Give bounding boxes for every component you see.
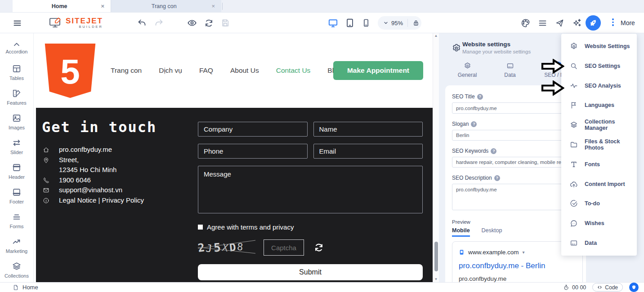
chevron-down-icon[interactable] — [383, 20, 389, 26]
browser-tab-bar: Home × Trang con × — [0, 0, 644, 13]
sidebar-item-forms[interactable]: Forms — [0, 208, 33, 233]
sidebar-item-collections[interactable]: Collections — [0, 257, 33, 282]
save-button[interactable] — [219, 13, 231, 33]
session-timer: 00 00 — [563, 284, 586, 291]
captcha-char: 5 — [213, 240, 221, 254]
sidebar-item-slider[interactable]: Slider — [0, 134, 33, 159]
message-field[interactable] — [198, 166, 423, 213]
menu-item-content-import[interactable]: Content Import — [561, 174, 637, 194]
publish-button[interactable] — [554, 13, 565, 33]
contact-email[interactable]: support@vinahost.vn — [59, 185, 122, 195]
submit-button[interactable]: Submit — [198, 264, 423, 280]
contact-section: Get in touch pro.confbyduy.me Street, 12… — [36, 108, 433, 282]
lock-icon[interactable] — [412, 19, 420, 27]
refresh-icon — [204, 18, 214, 28]
ai-assistant-button[interactable] — [570, 13, 583, 33]
nav-link[interactable]: Trang con — [111, 66, 142, 75]
more-options-button[interactable] — [612, 18, 614, 26]
menu-item-label: To-do — [585, 200, 600, 207]
menu-item-collections-manager[interactable]: Collections Manager — [561, 115, 637, 135]
preview-result-title[interactable]: pro.confbyduy.me - Berlin — [459, 261, 576, 270]
terms-checkbox[interactable] — [198, 225, 203, 230]
zoom-level[interactable]: 95% — [391, 20, 403, 27]
device-mobile-button[interactable] — [361, 13, 371, 33]
captcha-refresh-button[interactable] — [314, 243, 324, 252]
sidebar-item-footer[interactable]: Footer — [0, 183, 33, 208]
refresh-button[interactable] — [203, 13, 215, 33]
menu-item-todo[interactable]: To-do — [561, 194, 637, 214]
sidebar-item-marketing[interactable]: Marketing — [0, 233, 33, 257]
preview-tab-desktop[interactable]: Desktop — [482, 227, 502, 237]
preview-button[interactable] — [186, 13, 198, 33]
redo-button[interactable] — [153, 13, 165, 33]
captcha-field[interactable] — [264, 239, 304, 256]
tab-general[interactable]: General — [453, 62, 482, 78]
code-button[interactable]: Code — [592, 283, 623, 292]
close-icon[interactable]: × — [99, 3, 106, 9]
annotation-arrow-seo-analysis — [541, 80, 564, 96]
email-field[interactable] — [313, 144, 423, 159]
site-navigation: Trang con Dịch vụ FAQ About Us Contact U… — [111, 33, 341, 108]
hamburger-menu-button[interactable] — [12, 13, 22, 33]
contact-website[interactable]: pro.confbyduy.me — [59, 145, 112, 155]
menu-item-seo-settings[interactable]: SEO Settings — [561, 56, 637, 76]
canvas-scrollbar[interactable]: ▲ ▼ — [433, 33, 439, 282]
name-field[interactable] — [313, 122, 423, 137]
table-icon — [12, 64, 22, 74]
layers-icon — [12, 261, 22, 271]
chevron-down-icon[interactable]: ▾ — [523, 250, 525, 255]
help-icon[interactable]: ? — [471, 121, 477, 127]
preview-tab-mobile[interactable]: Mobile — [452, 227, 470, 237]
menu-item-files-stock-photos[interactable]: Files & Stock Photos — [561, 135, 637, 155]
sidebar-item-features[interactable]: Features — [0, 84, 33, 109]
terms-label: Agree with terms and privacy — [207, 223, 294, 231]
tablet-icon — [345, 18, 355, 28]
tab-trang-con[interactable]: Trang con × — [111, 0, 221, 12]
help-icon[interactable]: ? — [494, 175, 500, 181]
sidebar-item-tables[interactable]: Tables — [0, 60, 33, 84]
menu-item-data[interactable]: Data — [561, 233, 637, 253]
nav-link[interactable]: FAQ — [199, 66, 213, 75]
type-icon — [570, 160, 578, 168]
device-tablet-button[interactable] — [344, 13, 356, 33]
make-appointment-button[interactable]: Make Appointment — [333, 61, 423, 80]
contact-phone[interactable]: 1900 6046 — [59, 175, 91, 186]
phone-field[interactable] — [198, 144, 308, 159]
contact-legal-links[interactable]: Legal Notice | Privacy Policy — [59, 195, 144, 206]
menu-item-wishes[interactable]: Wishes — [561, 213, 637, 233]
launch-button[interactable] — [586, 15, 601, 31]
contact-address-2: 12345 Ho Chi Minh — [59, 165, 116, 175]
scroll-down-arrow[interactable]: ▼ — [434, 277, 438, 282]
nav-link[interactable]: Dịch vụ — [159, 66, 182, 75]
sidebar-item-images[interactable]: Images — [0, 109, 33, 134]
seo-title-label: SEO Title — [452, 93, 475, 100]
nav-link-active[interactable]: Contact Us — [276, 66, 311, 75]
help-icon[interactable]: ? — [477, 94, 483, 100]
tab-data[interactable]: Data — [496, 62, 524, 78]
eye-icon — [187, 18, 197, 28]
more-label[interactable]: More — [621, 13, 635, 33]
scrollbar-thumb[interactable] — [434, 242, 438, 271]
menu-item-seo-analysis[interactable]: SEO Analysis — [561, 76, 637, 96]
preview-url: www.example.com — [468, 249, 519, 256]
design-button[interactable] — [519, 13, 532, 33]
tab-home[interactable]: Home × — [13, 0, 111, 12]
scroll-up-arrow[interactable]: ▲ — [434, 33, 438, 39]
close-icon[interactable]: × — [210, 3, 217, 9]
help-icon[interactable]: ? — [491, 148, 496, 154]
outline-list-button[interactable] — [537, 13, 548, 33]
nav-link[interactable]: About Us — [230, 66, 259, 75]
menu-item-languages[interactable]: Languages — [561, 95, 637, 115]
sidebar-item-header[interactable]: Header — [0, 159, 33, 183]
sidebar-item-accordion[interactable]: Accordion — [0, 35, 33, 60]
menu-item-website-settings[interactable]: Website Settings — [561, 36, 637, 56]
preview-result-subtitle: pro.confbyduy.me — [459, 275, 576, 282]
status-bar: Home 00 00 Code — [0, 282, 644, 292]
device-desktop-button[interactable] — [326, 13, 339, 33]
folder-icon — [570, 141, 578, 149]
current-page-name[interactable]: Home — [22, 284, 38, 291]
menu-item-fonts[interactable]: Fonts — [561, 155, 637, 174]
support-bubble-button[interactable] — [629, 283, 639, 292]
company-field[interactable] — [198, 122, 308, 137]
undo-button[interactable] — [136, 13, 148, 33]
